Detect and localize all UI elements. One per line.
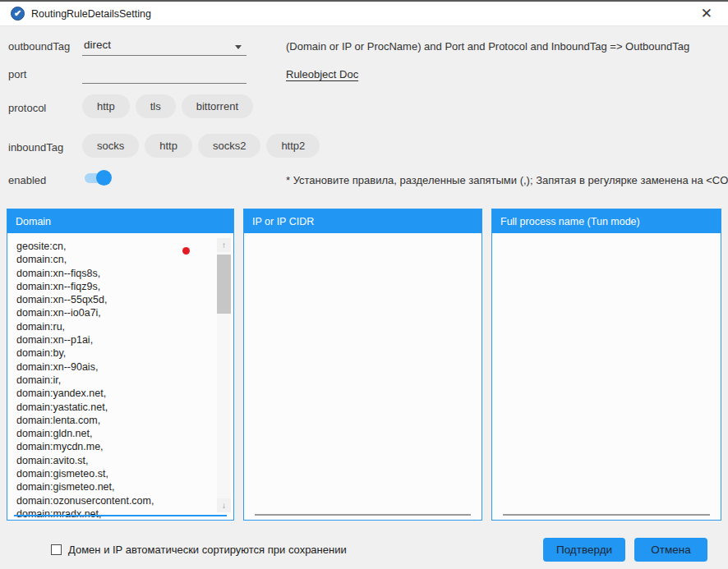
outbound-tag-value: direct xyxy=(84,39,111,51)
port-input[interactable] xyxy=(82,65,247,84)
ruleobject-doc-link[interactable]: Ruleobject Doc xyxy=(286,68,358,80)
cancel-button[interactable]: Отмена xyxy=(634,538,707,562)
protocol-chip[interactable]: bittorrent xyxy=(182,94,253,118)
chevron-down-icon xyxy=(235,45,242,49)
protocol-label: protocol xyxy=(8,102,46,114)
confirm-button[interactable]: Подтверди xyxy=(543,538,625,562)
inbound-tag-chip[interactable]: socks2 xyxy=(198,134,260,158)
inbound-tag-chip-group: sockshttpsocks2http2 xyxy=(82,134,320,158)
toggle-knob xyxy=(96,170,112,186)
inbound-tag-chip[interactable]: socks xyxy=(82,134,139,158)
window-title: RoutingRuleDetailsSetting xyxy=(31,8,151,20)
enabled-label: enabled xyxy=(8,174,46,186)
record-dot-icon xyxy=(182,247,190,255)
domain-panel-header: Domain xyxy=(7,209,233,233)
protocol-chip-group: httptlsbittorrent xyxy=(82,94,253,118)
ip-textarea[interactable] xyxy=(244,233,481,520)
inbound-tag-chip[interactable]: http2 xyxy=(266,134,320,158)
port-label: port xyxy=(8,68,26,80)
domain-list-text: geosite:cn, domain:cn, domain:xn--fiqs8s… xyxy=(16,240,154,520)
scroll-up-icon[interactable]: ↑ xyxy=(217,238,231,252)
title-bar: ✔ RoutingRuleDetailsSetting ✕ xyxy=(0,2,728,26)
inbound-tag-chip[interactable]: http xyxy=(145,134,192,158)
outbound-tag-select[interactable]: direct xyxy=(82,37,247,56)
scrollbar-thumb[interactable] xyxy=(217,255,231,314)
protocol-chip[interactable]: tls xyxy=(136,94,176,118)
process-panel: Full process name (Tun mode) xyxy=(491,209,721,521)
ip-panel-header: IP or IP CIDR xyxy=(244,209,481,233)
note-clip: * Установите правила, разделенные запяты… xyxy=(286,172,728,187)
close-icon[interactable]: ✕ xyxy=(696,5,717,22)
process-textarea[interactable] xyxy=(492,233,721,520)
ip-panel: IP or IP CIDR xyxy=(243,209,482,521)
routing-rule-details-dialog: ✔ RoutingRuleDetailsSetting ✕ outboundTa… xyxy=(0,0,728,569)
domain-textarea[interactable]: geosite:cn, domain:cn, domain:xn--fiqs8s… xyxy=(7,233,233,520)
protocol-chip[interactable]: http xyxy=(82,94,130,118)
enabled-toggle[interactable] xyxy=(85,170,112,186)
domain-scrollbar[interactable]: ↑ ↓ xyxy=(217,238,231,512)
inbound-tag-label: inboundTag xyxy=(8,141,63,154)
process-panel-header: Full process name (Tun mode) xyxy=(492,209,721,233)
process-input-underline xyxy=(503,514,710,516)
domain-focus-underline xyxy=(14,515,227,516)
outbound-tag-label: outboundTag xyxy=(8,40,70,53)
sort-checkbox-label: Домен и IP автоматически сортируются при… xyxy=(68,544,347,556)
rules-note-text: * Установите правила, разделенные запяты… xyxy=(286,174,728,186)
scroll-down-icon[interactable]: ↓ xyxy=(217,498,231,512)
sort-checkbox[interactable] xyxy=(51,544,62,555)
v2rayn-app-icon: ✔ xyxy=(11,7,25,21)
domain-panel: Domain geosite:cn, domain:cn, domain:xn-… xyxy=(7,209,234,521)
ip-input-underline xyxy=(255,514,471,516)
rule-formula-text: (Domain or IP or ProcName) and Port and … xyxy=(286,40,689,53)
